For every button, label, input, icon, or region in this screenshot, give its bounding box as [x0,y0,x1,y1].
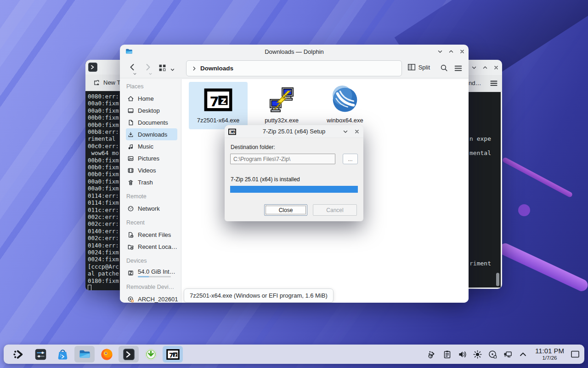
file-putty32x-exe[interactable]: putty32x.exe [252,82,311,129]
taskbar-app-launcher-icon[interactable] [8,346,28,362]
clock-date: 1/7/26 [535,355,564,361]
dialog-titlebar[interactable]: 7z 7-Zip 25.01 (x64) Setup [225,125,363,138]
sidebar-item-trash[interactable]: Trash [126,176,177,188]
disc-notifier-icon[interactable] [488,350,498,359]
recent-files-icon [127,231,134,238]
sidebar-item-network[interactable]: Network [126,202,177,214]
scrollbar-thumb[interactable] [496,273,499,286]
file-7z2501-x64-exe[interactable]: 7z7z2501-x64.exe [189,82,248,129]
sidebar-item-videos[interactable]: Videos [126,164,177,176]
sidebar-item-54-0-gib-int-[interactable]: 54.0 GiB Int… [126,267,177,279]
sidebar-item-label: Pictures [138,155,159,162]
view-dropdown-icon[interactable] [170,66,175,74]
sidebar-item-desktop[interactable]: Desktop [126,104,177,116]
sidebar-item-label: Documents [138,119,168,126]
back-dropdown-icon[interactable] [133,69,137,78]
places-panel: PlacesHomeDesktopDocumentsDownloadsMusic… [120,79,181,303]
terminal-cursor [88,285,91,290]
terminal-line: riment [469,260,491,267]
videos-icon [127,167,134,174]
harddisk-icon [127,270,134,276]
trash-icon [127,179,134,186]
clock-time: 11:01 PM [535,347,564,355]
taskbar-firefox-icon[interactable] [96,346,117,362]
split-button[interactable]: Split [407,63,430,71]
clipboard-icon[interactable] [442,350,452,359]
maximize-icon[interactable] [447,48,455,55]
sidebar-item-recent-loca-[interactable]: Recent Loca… [126,241,177,253]
sidebar-item-arch-202601[interactable]: ARCH_202601 [126,293,177,303]
hamburger-menu-icon[interactable] [454,64,463,73]
browse-button[interactable]: ... [343,154,358,164]
file-winbox64-exe[interactable]: winbox64.exe [316,82,374,129]
svg-text:z: z [233,131,235,133]
sidebar-item-downloads[interactable]: Downloads [126,128,177,140]
close-icon[interactable] [353,128,361,135]
minimize-icon[interactable] [470,64,478,71]
taskbar-discover-icon[interactable] [52,346,73,362]
dolphin-titlebar[interactable]: Downloads — Dolphin [120,45,469,58]
destination-folder-label: Destination folder: [231,144,275,150]
sidebar-item-label: Desktop [138,107,160,114]
7zip-icon: 7z [228,128,236,136]
minimize-icon[interactable] [436,48,444,55]
breadcrumb[interactable]: Downloads [200,65,233,72]
sidebar-item-label: Music [138,143,153,150]
taskbar-7zip-icon[interactable]: 7z [163,346,183,362]
hamburger-menu-icon[interactable] [489,79,498,88]
sidebar-item-label: Network [138,205,160,212]
sidebar-item-pictures[interactable]: Pictures [126,152,177,164]
new-tab-icon [93,79,100,86]
sidebar-item-label: 54.0 GiB Int… [138,268,175,275]
sidebar-item-documents[interactable]: Documents [126,116,177,128]
taskbar-dolphin-icon[interactable] [74,346,95,362]
svg-text:7: 7 [169,351,173,358]
taskbar-downloader-icon[interactable] [141,346,161,362]
close-icon[interactable] [492,64,500,71]
search-icon[interactable] [440,63,448,72]
volume-icon[interactable] [458,350,467,359]
sidebar-item-recent-files[interactable]: Recent Files [126,229,177,241]
winbox-file-icon [331,86,359,114]
tab-label[interactable]: nd… [469,80,481,86]
cancel-button[interactable]: Cancel [313,204,357,216]
music-icon [127,143,134,150]
window-title: Downloads — Dolphin [120,48,469,55]
network-wired-icon[interactable] [503,350,513,359]
documents-icon [127,119,134,126]
optical-disc-icon [127,296,134,303]
7zip-setup-dialog: 7z 7-Zip 25.01 (x64) Setup Destination f… [225,125,363,221]
recent-locations-icon [127,243,134,250]
view-mode-icon[interactable] [158,64,166,72]
file-label: putty32x.exe [265,117,299,124]
destination-path-field[interactable] [230,154,335,164]
close-icon[interactable] [458,48,466,55]
location-bar[interactable]: Downloads [186,60,402,76]
sidebar-section-header: Remote [126,193,178,200]
show-desktop-button[interactable] [571,350,580,358]
putty-file-icon [267,86,296,114]
disk-usage-bar [138,276,171,277]
forward-dropdown-icon[interactable] [148,69,153,78]
sidebar-item-label: Home [138,95,154,102]
new-tab-button[interactable]: New T [103,79,120,86]
digital-clock[interactable]: 11:01 PM 1/7/26 [535,347,564,361]
tray-expand-icon[interactable] [518,350,528,359]
wallpaper-shape [518,204,530,216]
file-label: 7z2501-x64.exe [197,117,240,124]
terminal-line: n expe [469,135,491,142]
brightness-icon[interactable] [473,350,482,359]
taskbar-system-settings-icon[interactable] [30,346,51,362]
close-button[interactable]: Close [264,204,307,216]
sidebar-item-home[interactable]: Home [126,92,177,104]
konsole-icon [88,63,97,72]
sidebar-section-header: Removable Devi… [126,284,178,290]
minimize-icon[interactable] [342,128,349,135]
install-status-text: 7-Zip 25.01 (x64) is installed [231,176,300,183]
sidebar-item-label: Recent Files [138,231,171,238]
plasma-widgets-icon[interactable] [427,350,437,359]
sidebar-item-music[interactable]: Music [126,140,177,152]
svg-text:z: z [220,95,226,106]
taskbar-konsole-icon[interactable] [119,346,139,362]
maximize-icon[interactable] [481,64,489,71]
